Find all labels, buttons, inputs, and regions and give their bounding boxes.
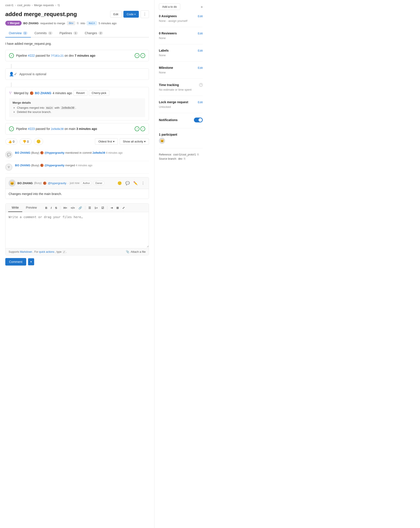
breadcrumb-csst-l1[interactable]: csst-l1: [5, 3, 14, 7]
tab-commits[interactable]: Commits 1: [31, 29, 56, 37]
thumbs-up-button[interactable]: 👍 0: [5, 139, 17, 145]
emoji-reaction-button[interactable]: 🙂: [117, 181, 123, 186]
thumbs-down-button[interactable]: 👎 0: [20, 139, 32, 145]
status-row: ⑂ Merged BO ZHANG requested to merge dev…: [5, 21, 149, 25]
toolbar-bold[interactable]: B: [44, 205, 48, 210]
pipeline-link-2[interactable]: #223: [28, 127, 35, 131]
breadcrumb-merge-requests[interactable]: Merge requests: [34, 3, 54, 7]
toolbar-indent[interactable]: ⇥: [109, 205, 114, 210]
assignees-value[interactable]: None - assign yourself: [159, 19, 203, 23]
breadcrumb: csst-l1 › csst_proto › Merge requests › …: [5, 3, 149, 7]
toolbar-heading[interactable]: H≡: [62, 205, 68, 210]
breadcrumb-csst-proto[interactable]: csst_proto: [17, 3, 30, 7]
tab-changes[interactable]: Changes 2: [81, 29, 106, 37]
activity-author-2[interactable]: BO ZHANG: [15, 164, 30, 167]
comment-separator: ·: [68, 181, 68, 185]
oldest-first-button[interactable]: Oldest first ▾: [95, 138, 118, 145]
approval-icon: 👤✓: [9, 72, 17, 77]
status-author: BO ZHANG: [23, 22, 39, 25]
comment-textarea[interactable]: [6, 212, 149, 247]
attach-file-button[interactable]: 📎 Attach a file: [126, 250, 146, 253]
reviewers-edit[interactable]: Edit: [198, 32, 203, 35]
pipeline-link-1[interactable]: #222: [28, 54, 35, 57]
approval-card: 👤✓ Approval is optional: [5, 68, 149, 80]
quick-actions-link[interactable]: quick actions: [39, 250, 54, 253]
merged-text: Merged by 🏀 BO ZHANG 4 minutes ago Rever…: [14, 90, 109, 96]
pipeline-commit-1[interactable]: 7f181c21: [51, 54, 64, 57]
comment-dropdown-button[interactable]: ▾: [28, 258, 34, 265]
time-tracking-help-icon[interactable]: ?: [199, 83, 203, 87]
pipeline-card-1: ✓ Pipeline #222 passed for 7f181c21 on d…: [5, 50, 149, 61]
participants-list: 🐱: [159, 138, 203, 144]
editor-preview-tab[interactable]: Preview: [22, 204, 40, 212]
activity-commit-1[interactable]: 2e9e8e30: [92, 151, 105, 154]
tab-pipelines[interactable]: Pipelines 1: [56, 29, 81, 37]
cherry-pick-button[interactable]: Cherry-pick: [89, 90, 109, 96]
attach-label: Attach a file: [131, 250, 146, 253]
revert-button[interactable]: Revert: [73, 90, 88, 96]
activity-author-1[interactable]: BO ZHANG: [15, 151, 30, 154]
toolbar-bullet-list[interactable]: ☰: [87, 205, 92, 210]
labels-edit[interactable]: Edit: [198, 49, 203, 52]
comment-emoji: 🏀: [43, 181, 46, 185]
more-comment-button[interactable]: ⋮: [140, 181, 146, 186]
lock-edit[interactable]: Edit: [198, 101, 203, 104]
tab-overview-count: 1: [23, 32, 27, 35]
target-branch-tag[interactable]: main: [87, 21, 97, 25]
expand-icon[interactable]: »: [201, 5, 203, 9]
labels-row: Labels Edit: [159, 49, 203, 52]
toolbar-link[interactable]: 🔗: [77, 205, 83, 210]
notifications-toggle[interactable]: ✓: [194, 118, 203, 122]
comment-submit-button[interactable]: Comment: [5, 258, 26, 265]
add-todo-button[interactable]: Add a to do: [159, 3, 180, 10]
sidebar-assignees: 0 Assignees Edit None - assign yourself: [159, 14, 203, 27]
activity-handle-2[interactable]: @hypergravity: [45, 164, 65, 167]
editor-write-tab[interactable]: Write: [8, 204, 22, 212]
edit-button[interactable]: Edit: [110, 11, 122, 18]
toolbar-table[interactable]: ⊞: [115, 205, 120, 210]
sidebar: Add a to do » 0 Assignees Edit None - as…: [154, 0, 207, 528]
merge-icon: ⑂: [8, 22, 9, 25]
activity-handle-1[interactable]: @hypergravity: [45, 151, 65, 154]
emoji-button[interactable]: 🙂: [34, 138, 43, 145]
code-dropdown-button[interactable]: Code ▾: [123, 11, 139, 18]
edit-comment-button[interactable]: ✏️: [132, 181, 139, 186]
copy-reference-icon[interactable]: ⎘: [197, 153, 199, 156]
source-branch-label: Source branch:: [159, 157, 177, 160]
reply-button[interactable]: 💬: [125, 181, 131, 186]
comment-handle[interactable]: @hypergravity: [48, 181, 66, 185]
tab-overview[interactable]: Overview 1: [5, 29, 31, 37]
tabs: Overview 1 Commits 1 Pipelines 1 Changes…: [5, 29, 149, 37]
assignees-edit[interactable]: Edit: [198, 14, 203, 18]
reviewers-row: 0 Reviewers Edit: [159, 32, 203, 35]
more-options-button[interactable]: ⋮: [141, 10, 149, 18]
toolbar-ordered-list[interactable]: 1≡: [93, 205, 99, 210]
merged-badge-text: Merged: [10, 22, 19, 25]
sort-filter: Oldest first ▾ Show all activity ▾: [95, 138, 149, 145]
divider-1: [11, 64, 11, 68]
source-branch-value: dev: [178, 157, 182, 160]
merged-author[interactable]: BO ZHANG: [35, 91, 51, 95]
tab-commits-count: 1: [48, 32, 52, 35]
toolbar-fullscreen[interactable]: ⤢: [121, 205, 126, 210]
toolbar-sep-3: [107, 206, 107, 210]
source-branch-tag[interactable]: dev: [67, 21, 75, 25]
merged-badge: ⑂ Merged: [5, 21, 22, 25]
toolbar-italic[interactable]: I: [50, 205, 53, 210]
merged-avatar: 🏀: [30, 91, 34, 95]
toolbar-task-list[interactable]: ☑: [100, 205, 105, 210]
milestone-edit[interactable]: Edit: [198, 66, 203, 70]
source-branch-row: Source branch: dev ⎘: [159, 157, 203, 160]
show-all-activity-button[interactable]: Show all activity ▾: [120, 138, 149, 145]
activity-section: 💬 BO ZHANG (Busy) 🏀 @hypergravity mentio…: [5, 148, 149, 174]
pipeline-time-1: 7 minutes ago: [75, 54, 95, 57]
toolbar-code[interactable]: </>: [69, 205, 76, 210]
show-all-label: Show all activity: [123, 140, 143, 143]
toolbar-strikethrough[interactable]: S: [54, 205, 58, 210]
copy-branch-icon-sidebar[interactable]: ⎘: [184, 157, 186, 160]
pipeline-status-icon-2: ✓: [9, 126, 14, 131]
pipeline-text-2: Pipeline #223 passed for 2e9e8e30 on mai…: [16, 127, 97, 131]
markdown-link[interactable]: Markdown: [20, 250, 32, 253]
thumbs-down-icon: 👎: [23, 140, 26, 143]
pipeline-commit-2[interactable]: 2e9e8e30: [51, 128, 64, 131]
